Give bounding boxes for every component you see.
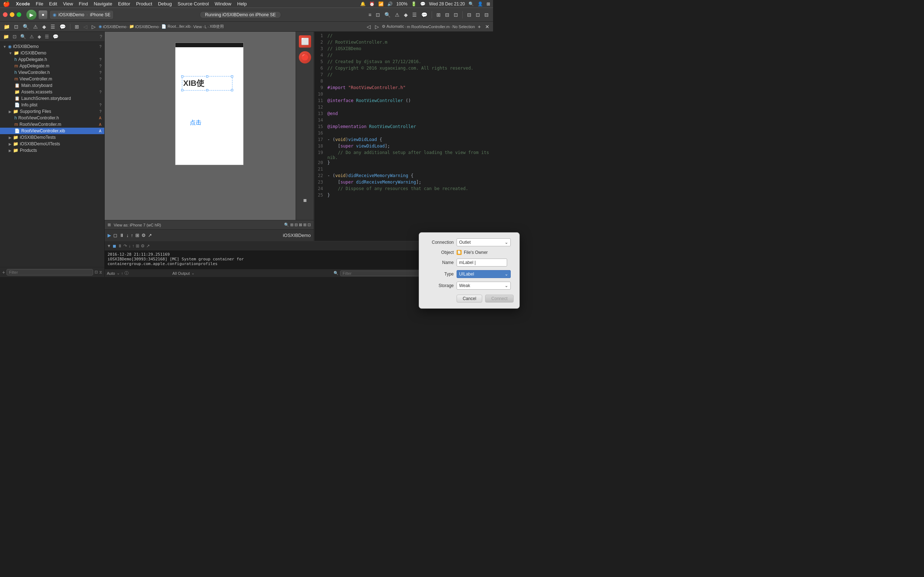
bc-item4[interactable]: View [194,24,202,29]
nav-debug-icon[interactable]: ☰ [411,11,418,18]
add-item-icon[interactable]: + [2,269,5,275]
handle-bottom-center[interactable] [206,89,208,91]
sidebar-hierarchy-icon[interactable]: ⊡ [11,34,18,40]
search-icon[interactable]: 🔍 [21,23,30,30]
sidebar-item-project[interactable]: ▼ ◉ iOSXIBDemo ? [0,43,104,50]
object-sphere-icon[interactable]: 🔴 [299,51,311,63]
ct-select-icon[interactable]: ▶ [108,233,111,238]
menu-editor[interactable]: Editor [118,1,130,6]
maximize-button[interactable] [16,12,21,17]
sidebar-item-appdelegate-h[interactable]: h AppDelegate.h ? [0,56,104,63]
editor-version-icon[interactable]: ⊡ [452,11,459,18]
console-thread-icon[interactable]: ⚙ [141,243,145,248]
sidebar-filter-input[interactable] [6,269,93,276]
menu-xcode[interactable]: Xcode [16,1,30,6]
sidebar-help[interactable]: ? [100,34,102,39]
editor-split-icon[interactable]: ⊞ [73,23,81,30]
bc-item2-text[interactable]: iOSXIBDemo [135,24,158,29]
ct-down-icon[interactable]: ↓ [126,233,129,238]
menu-debug[interactable]: Debug [158,1,172,6]
layout-left-icon[interactable]: ⊟ [465,11,473,18]
sidebar-item-group-iosxibdemo[interactable]: ▼ 📁 iOSXIBDemo [0,50,104,56]
stop-button[interactable]: ■ [39,10,47,19]
right-next-icon[interactable]: ▷ [373,23,380,30]
console-step-over-icon[interactable]: ↷ [123,243,127,248]
console-share-icon[interactable]: ↗ [146,243,150,248]
ct-expand-icon[interactable]: ⊞ [135,233,139,238]
layout-center-icon[interactable]: ⊡ [474,11,481,18]
menu-source-control[interactable]: Source Control [178,1,209,6]
menu-find[interactable]: Find [79,1,88,6]
hierarchy-icon[interactable]: ⊡ [13,23,20,30]
menu-navigate[interactable]: Navigate [94,1,112,6]
sidebar-search-icon[interactable]: 🔍 [19,34,27,40]
handle-top-right[interactable] [231,76,233,77]
sidebar-item-supporting-files[interactable]: ▶ 📁 Supporting Files ? [0,108,104,115]
sidebar-breakpoint-icon[interactable]: 💬 [52,34,60,40]
timemachine-icon[interactable]: ⏰ [369,2,375,6]
sidebar-item-assets[interactable]: 📁 Assets.xcassets ? [0,89,104,95]
sidebar-report-icon[interactable]: ☰ [44,34,50,40]
bc-item3[interactable]: 📄 Root...ller.xib [162,24,191,29]
menu-file[interactable]: File [36,1,43,6]
sidebar-issues-icon[interactable]: ⚠ [29,34,35,40]
sidebar-item-appdelegate-m[interactable]: m AppDelegate.m ? [0,63,104,69]
sidebar-test-icon[interactable]: ◆ [36,34,42,40]
sidebar-item-rootviewcontroller-h[interactable]: h RootViewController.h A [0,115,104,121]
connection-select[interactable]: Outlet ⌄ [457,239,493,241]
nav-hierarchy-icon[interactable]: ⊡ [374,11,381,18]
folder-icon[interactable]: 📁 [2,23,11,30]
sidebar-filter-recent-icon[interactable]: ⧖ [99,270,102,274]
prev-icon[interactable]: ◁ [82,23,89,30]
canvas-layout1-icon[interactable]: ⊟ [294,222,298,227]
menu-edit[interactable]: Edit [49,1,57,6]
nav-test-icon[interactable]: ◆ [402,11,409,18]
menu-window[interactable]: Window [215,1,231,6]
grid-icon[interactable]: ⊞ [486,2,490,6]
next-icon[interactable]: ▷ [90,23,97,30]
apple-menu[interactable]: 🍎 [3,0,10,7]
ct-share-icon[interactable]: ↗ [148,233,152,238]
comment-icon[interactable]: 💬 [58,23,67,30]
layout-right-icon[interactable]: ⊟ [483,11,490,18]
nav-breakpoints-icon[interactable]: 💬 [420,11,429,18]
bc-item5[interactable]: L [205,24,207,29]
right-prev-icon[interactable]: ◁ [365,23,372,30]
bc-item1[interactable]: iOSXIBDemo [103,24,126,29]
canvas-grid-icon[interactable]: ⊞ [290,222,294,227]
issue-icon[interactable]: ⚠ [32,23,39,30]
close-button[interactable] [3,12,8,17]
canvas-main[interactable]: XIB使 点击 ⬜ 🔴 [105,32,313,220]
object-cube-icon[interactable]: ⬜ [299,35,311,48]
search-menu-icon[interactable]: 🔍 [468,2,474,6]
menu-product[interactable]: Product [136,1,152,6]
handle-bottom-right[interactable] [231,89,233,91]
console-debug-icon[interactable]: ◼ [113,243,116,248]
canvas-zoom-icon[interactable]: 🔍 [284,222,289,227]
canvas-layout2-icon[interactable]: ⊠ [299,222,302,227]
canvas-layout4-icon[interactable]: ⊡ [307,222,311,227]
sidebar-item-launchscreen[interactable]: 📋 LaunchScreen.storyboard [0,95,104,102]
sidebar-item-uitests[interactable]: ▶ 📁 iOSXIBDemoUITests [0,141,104,147]
canvas-layout3-icon[interactable]: ⊞ [303,222,307,227]
nav-issues-icon[interactable]: ⚠ [393,11,401,18]
menu-view[interactable]: View [63,1,73,6]
sidebar-item-products[interactable]: ▶ 📁 Products [0,147,104,154]
notification-icon[interactable]: 🔔 [360,2,366,6]
handle-top-center[interactable] [206,76,208,77]
nav-list-icon[interactable]: ≡ [367,11,373,18]
editor-assistant-icon[interactable]: ⊟ [444,11,451,18]
sidebar-item-info-plist[interactable]: 📄 Info.plist ? [0,102,104,108]
console-step-out-icon[interactable]: ↑ [132,243,134,248]
code-content[interactable]: 1 // 2 // RootViewController.m 3 // iOSX… [314,32,493,241]
breakpoint-icon[interactable]: ◆ [41,23,48,30]
sidebar-item-main-storyboard[interactable]: 📋 Main.storyboard [0,82,104,89]
sidebar-item-viewcontroller-h[interactable]: h ViewController.h ? [0,69,104,76]
console-pause-icon[interactable]: ⏸ [118,243,122,248]
editor-standard-icon[interactable]: ⊞ [435,11,442,18]
volume-icon[interactable]: 🔊 [387,2,393,6]
bc-item6[interactable]: XIB使用 [210,24,224,29]
report-icon[interactable]: ☰ [49,23,57,30]
console-up-icon[interactable]: ↑ [121,271,123,276]
rb-file[interactable]: m RootViewController.m [407,24,449,29]
